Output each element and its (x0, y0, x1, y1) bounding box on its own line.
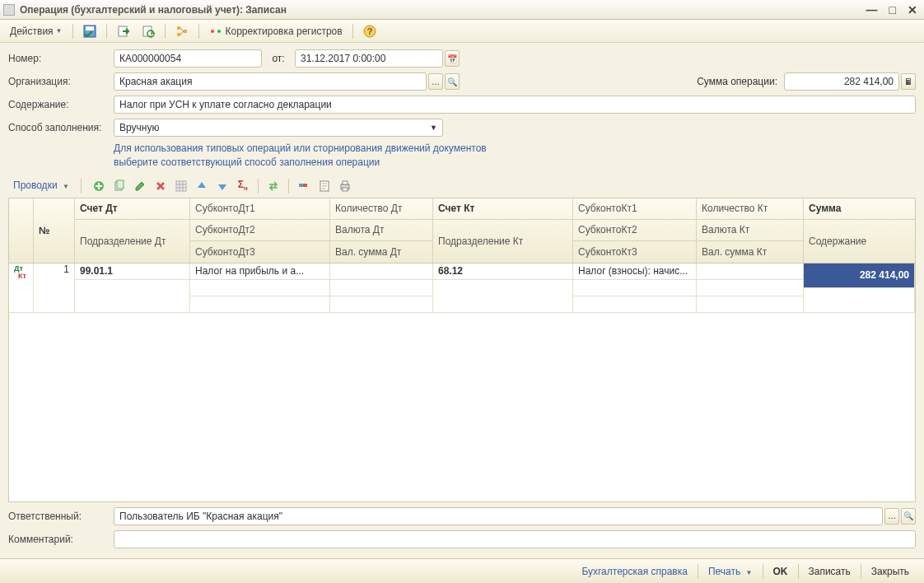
sum-cell[interactable]: 282 414,00 (804, 264, 915, 288)
window-title: Операция (бухгалтерский и налоговый учет… (20, 4, 863, 16)
content-input[interactable]: Налог при УСН к уплате согласно декларац… (114, 96, 916, 114)
add-icon[interactable] (90, 178, 108, 194)
svg-rect-14 (117, 180, 124, 189)
go-icon-button[interactable] (112, 22, 135, 40)
svg-rect-7 (184, 30, 187, 33)
close-button[interactable]: ✕ (904, 3, 921, 16)
calc-icon[interactable]: 🖩 (901, 73, 916, 90)
accounting-report-button[interactable]: Бухгалтерская справка (575, 563, 694, 580)
method-select[interactable]: Вручную▼ (114, 119, 443, 137)
sigma-icon[interactable]: Σн (234, 178, 252, 194)
date-input[interactable]: 31.12.2017 0:00:00 (295, 49, 443, 68)
close-footer-button[interactable]: Закрыть (865, 563, 916, 580)
content-label: Содержание: (8, 99, 114, 110)
grid-icon[interactable] (172, 178, 190, 194)
save-icon-button[interactable] (78, 22, 101, 40)
down-icon[interactable] (213, 178, 231, 194)
org-input[interactable]: Красная акация (114, 72, 427, 91)
print-button[interactable]: Печать ▼ (702, 563, 759, 580)
save-button[interactable]: Записать (802, 563, 857, 580)
svg-text:?: ? (366, 26, 372, 36)
from-label: от: (262, 53, 295, 64)
minimize-button[interactable]: — (863, 3, 881, 16)
filter-icon[interactable] (315, 178, 334, 194)
resp-select-icon[interactable]: … (884, 508, 899, 525)
edit-icon[interactable] (131, 178, 149, 194)
svg-rect-20 (343, 181, 348, 184)
calendar-icon[interactable]: 📅 (445, 50, 460, 67)
resp-label: Ответственный: (8, 511, 114, 522)
sum-input[interactable]: 282 414,00 (784, 72, 899, 91)
org-label: Организация: (8, 76, 114, 87)
svg-rect-1 (86, 26, 94, 30)
help-icon-button[interactable]: ? (358, 22, 381, 40)
svg-rect-17 (303, 184, 307, 187)
structure-icon-button[interactable] (170, 22, 194, 40)
app-icon (3, 4, 15, 16)
refresh-icon-button[interactable] (137, 22, 160, 40)
entries-grid[interactable]: № Счет Дт Подразделение Дт СубконтоДт1 С… (8, 198, 916, 502)
comment-input[interactable] (114, 530, 916, 548)
delete-icon[interactable] (152, 178, 170, 194)
print-icon[interactable] (336, 178, 354, 194)
resp-input[interactable]: Пользователь ИБ "Красная акация" (114, 507, 883, 525)
svg-rect-16 (299, 184, 303, 187)
org-search-icon[interactable]: 🔍 (445, 73, 460, 90)
sum-label: Сумма операции: (697, 76, 777, 87)
swap-icon[interactable] (264, 178, 282, 194)
ok-button[interactable]: OK (767, 563, 795, 580)
org-select-icon[interactable]: … (428, 73, 443, 90)
svg-rect-21 (343, 188, 348, 191)
dtkt-marker-icon: Дт Кт (14, 265, 26, 280)
titlebar: Операция (бухгалтерский и налоговый учет… (0, 0, 924, 20)
actions-menu[interactable]: Действия▼ (5, 22, 68, 40)
hint-text: Для использования типовых операций или с… (114, 142, 916, 170)
up-icon[interactable] (193, 178, 211, 194)
resp-search-icon[interactable]: 🔍 (901, 508, 916, 525)
tab-entries[interactable]: Проводки ▼ (8, 178, 74, 194)
number-label: Номер: (8, 53, 114, 64)
bottom-toolbar: Бухгалтерская справка Печать ▼ OK Записа… (0, 558, 924, 583)
add-copy-icon[interactable] (110, 178, 128, 194)
svg-point-8 (211, 30, 214, 33)
flag-icon[interactable] (295, 178, 313, 194)
register-correction-button[interactable]: Корректировка регистров (204, 22, 348, 40)
svg-rect-6 (177, 33, 180, 36)
method-label: Способ заполнения: (8, 122, 114, 133)
svg-rect-15 (176, 181, 186, 191)
number-input[interactable]: КА000000054 (114, 49, 262, 68)
maximize-button[interactable]: □ (886, 3, 899, 16)
svg-rect-5 (177, 26, 180, 30)
main-toolbar: Действия▼ Корректировка регистров ? (0, 20, 924, 43)
table-row[interactable]: Дт Кт 1 99.01.1 Налог на прибыль и а... … (9, 264, 915, 313)
svg-point-9 (217, 30, 221, 33)
comment-label: Комментарий: (8, 534, 114, 545)
